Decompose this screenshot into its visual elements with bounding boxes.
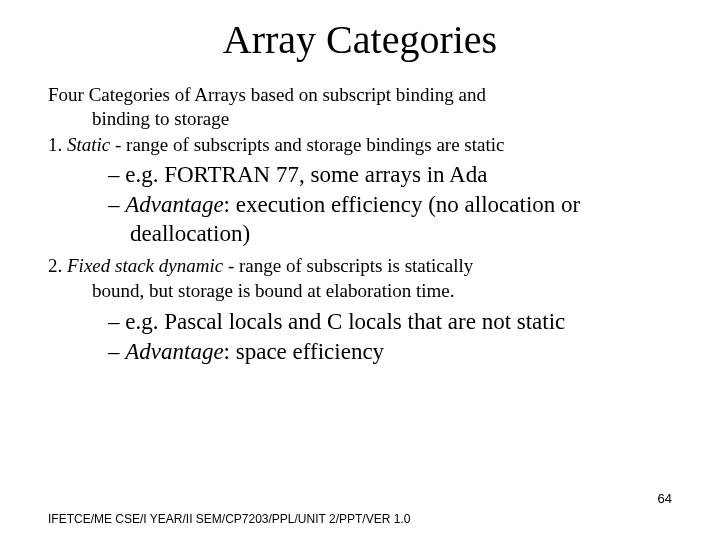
category-2: 2. Fixed stack dynamic - range of subscr… (48, 254, 672, 303)
item1-bullet2-dash: – (108, 192, 125, 217)
item2-bullet-1: – e.g. Pascal locals and C locals that a… (48, 308, 672, 337)
item2-number: 2. (48, 255, 67, 276)
page-number: 64 (658, 491, 672, 506)
intro-line2: binding to storage (48, 107, 672, 131)
category-1: 1. Static - range of subscripts and stor… (48, 133, 672, 158)
item2-desc-a: - range of subscripts is statically (223, 255, 473, 276)
item1-bullet2-label: Advantage (125, 192, 223, 217)
category-2-bullets: – e.g. Pascal locals and C locals that a… (48, 308, 672, 367)
item1-number: 1. (48, 134, 67, 155)
item1-term: Static (67, 134, 110, 155)
item2-bullet-2: – Advantage: space efficiency (48, 338, 672, 367)
item1-desc: - range of subscripts and storage bindin… (110, 134, 504, 155)
category-1-bullets: – e.g. FORTRAN 77, some arrays in Ada – … (48, 161, 672, 248)
slide-container: Array Categories Four Categories of Arra… (0, 0, 720, 540)
intro-text: Four Categories of Arrays based on subsc… (48, 83, 672, 131)
item1-bullet-1: – e.g. FORTRAN 77, some arrays in Ada (48, 161, 672, 190)
slide-title: Array Categories (48, 16, 672, 63)
item2-bullet2-label: Advantage (125, 339, 223, 364)
item2-bullet2-dash: – (108, 339, 125, 364)
intro-line1: Four Categories of Arrays based on subsc… (48, 84, 486, 105)
footer-text: IFETCE/ME CSE/I YEAR/II SEM/CP7203/PPL/U… (48, 512, 410, 526)
item1-bullet-2: – Advantage: execution efficiency (no al… (48, 191, 672, 249)
item2-desc-b: bound, but storage is bound at elaborati… (48, 279, 672, 304)
item2-bullet2-rest: : space efficiency (224, 339, 384, 364)
item2-term: Fixed stack dynamic (67, 255, 223, 276)
